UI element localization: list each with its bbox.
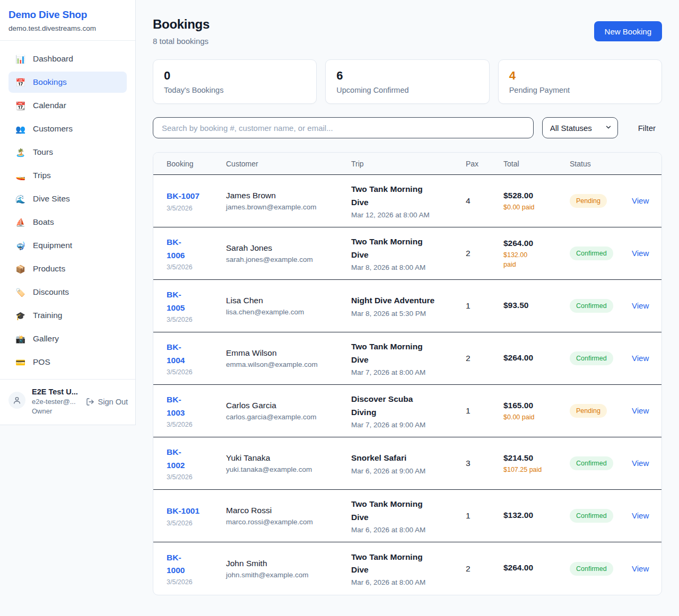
nav-item-label: Gallery xyxy=(33,334,59,344)
trip-datetime: Mar 12, 2026 at 8:00 AM xyxy=(351,211,459,219)
nav-item-label: Dive Sites xyxy=(33,194,70,204)
booking-cell: BK-1001 3/5/2026 xyxy=(167,505,226,526)
customer-name: John Smith xyxy=(226,559,345,568)
filter-button[interactable]: Filter xyxy=(632,119,662,137)
trip-datetime: Mar 6, 2026 at 8:00 AM xyxy=(351,526,459,534)
person-icon xyxy=(13,396,21,404)
customer-cell: Lisa Chen lisa.chen@example.com xyxy=(226,296,351,316)
brand-header: Demo Dive Shop demo.test.divestreams.com xyxy=(0,0,135,41)
customer-name: Lisa Chen xyxy=(226,296,345,305)
status-badge: Pending xyxy=(570,404,607,418)
trip-datetime: Mar 6, 2026 at 9:00 AM xyxy=(351,467,459,475)
search-input[interactable] xyxy=(153,117,534,138)
table-body: BK-1007 3/5/2026 James Brown james.brown… xyxy=(153,175,661,595)
customer-email: lisa.chen@example.com xyxy=(226,308,345,316)
sidebar-nav: 📊 Dashboard 📅 Bookings 📆 Calendar 👥 Cust… xyxy=(0,41,135,379)
booking-id-link[interactable]: BK- 1004 xyxy=(167,341,220,366)
actions-cell: View xyxy=(632,511,655,521)
sidebar-item-calendar[interactable]: 📆 Calendar xyxy=(8,95,127,116)
stat-card-pending-payment: 4 Pending Payment xyxy=(498,59,662,104)
nav-item-icon: ⛵ xyxy=(15,218,25,226)
sidebar-item-dive-sites[interactable]: 🌊 Dive Sites xyxy=(8,188,127,209)
pax-value: 1 xyxy=(466,511,503,521)
trip-datetime: Mar 7, 2026 at 9:00 AM xyxy=(351,421,459,429)
total-cell: $165.00 $0.00 paid xyxy=(503,400,570,423)
booking-cell: BK-1007 3/5/2026 xyxy=(167,190,226,212)
sidebar-item-boats[interactable]: ⛵ Boats xyxy=(8,212,127,233)
sidebar-item-customers[interactable]: 👥 Customers xyxy=(8,118,127,139)
view-link[interactable]: View xyxy=(632,196,649,205)
nav-item-label: Tours xyxy=(33,147,53,157)
sign-out-button[interactable]: Sign Out xyxy=(86,398,128,406)
booking-id-link[interactable]: BK- 1002 xyxy=(167,446,220,471)
booking-date: 3/5/2026 xyxy=(167,316,220,323)
total-amount: $214.50 xyxy=(503,452,563,464)
total-amount: $264.00 xyxy=(503,352,563,364)
customer-name: Yuki Tanaka xyxy=(226,453,345,463)
paid-amount: $0.00 paid xyxy=(503,412,563,422)
actions-cell: View xyxy=(632,406,655,416)
total-amount: $165.00 xyxy=(503,400,563,411)
stat-value: 4 xyxy=(509,69,651,82)
view-link[interactable]: View xyxy=(632,511,649,520)
trip-name: Two Tank Morning Dive xyxy=(351,498,459,523)
view-link[interactable]: View xyxy=(632,406,649,415)
customer-name: James Brown xyxy=(226,191,345,200)
trip-name: Two Tank Morning Dive xyxy=(351,551,459,576)
page-header: Bookings 8 total bookings New Booking xyxy=(153,17,662,46)
booking-id-link[interactable]: BK- 1000 xyxy=(167,551,220,577)
nav-item-label: Discounts xyxy=(33,287,69,297)
sidebar-item-trips[interactable]: 🚤 Trips xyxy=(8,165,127,186)
status-cell: Confirmed xyxy=(570,509,632,523)
sidebar-item-pos[interactable]: 💳 POS xyxy=(8,351,127,373)
sidebar-item-discounts[interactable]: 🏷️ Discounts xyxy=(8,281,127,303)
sidebar-item-bookings[interactable]: 📅 Bookings xyxy=(8,72,127,93)
view-link[interactable]: View xyxy=(632,564,649,573)
sidebar-item-products[interactable]: 📦 Products xyxy=(8,258,127,279)
nav-item-icon: 📅 xyxy=(15,78,25,86)
trip-cell: Two Tank Morning Dive Mar 6, 2026 at 8:0… xyxy=(351,551,466,586)
status-cell: Pending xyxy=(570,404,632,418)
trip-cell: Discover Scuba Diving Mar 7, 2026 at 9:0… xyxy=(351,393,466,428)
nav-item-label: Dashboard xyxy=(33,54,73,64)
nav-item-icon: 👥 xyxy=(15,125,25,133)
shop-domain: demo.test.divestreams.com xyxy=(8,24,127,32)
stat-value: 0 xyxy=(164,69,306,82)
status-select[interactable]: All Statuses xyxy=(542,117,618,138)
paid-amount: $0.00 paid xyxy=(503,203,563,212)
view-link[interactable]: View xyxy=(632,301,649,310)
sidebar-item-tours[interactable]: 🏝️ Tours xyxy=(8,142,127,163)
view-link[interactable]: View xyxy=(632,354,649,363)
sidebar-item-equipment[interactable]: 🤿 Equipment xyxy=(8,235,127,256)
stat-value: 6 xyxy=(336,69,478,82)
booking-id-link[interactable]: BK- 1005 xyxy=(167,288,220,314)
actions-cell: View xyxy=(632,354,655,363)
table-row: BK- 1002 3/5/2026 Yuki Tanaka yuki.tanak… xyxy=(153,437,661,490)
trip-datetime: Mar 6, 2026 at 8:00 AM xyxy=(351,578,459,586)
customer-email: john.smith@example.com xyxy=(226,571,345,579)
table-row: BK-1001 3/5/2026 Marco Rossi marco.rossi… xyxy=(153,490,661,542)
booking-id-link[interactable]: BK- 1006 xyxy=(167,236,220,261)
total-cell: $214.50 $107.25 paid xyxy=(503,452,570,475)
user-section: E2E Test U... e2e-tester@... Owner Sign … xyxy=(0,379,135,425)
sidebar-item-training[interactable]: 🎓 Training xyxy=(8,305,127,326)
view-link[interactable]: View xyxy=(632,249,649,258)
trip-datetime: Mar 7, 2026 at 8:00 AM xyxy=(351,368,459,376)
table-row: BK- 1004 3/5/2026 Emma Wilson emma.wilso… xyxy=(153,332,661,385)
sidebar-item-dashboard[interactable]: 📊 Dashboard xyxy=(8,48,127,69)
booking-id-link[interactable]: BK-1001 xyxy=(167,505,220,517)
table-row: BK- 1003 3/5/2026 Carlos Garcia carlos.g… xyxy=(153,385,661,437)
new-booking-button[interactable]: New Booking xyxy=(594,21,662,41)
total-amount: $93.50 xyxy=(503,300,563,311)
booking-cell: BK- 1003 3/5/2026 xyxy=(167,393,226,428)
table-row: BK-1007 3/5/2026 James Brown james.brown… xyxy=(153,175,661,227)
customer-email: yuki.tanaka@example.com xyxy=(226,465,345,473)
trip-cell: Two Tank Morning Dive Mar 7, 2026 at 8:0… xyxy=(351,340,466,376)
status-cell: Confirmed xyxy=(570,351,632,365)
status-badge: Confirmed xyxy=(570,562,613,576)
view-link[interactable]: View xyxy=(632,459,649,468)
sidebar-item-gallery[interactable]: 📸 Gallery xyxy=(8,328,127,349)
total-amount: $132.00 xyxy=(503,509,563,521)
booking-id-link[interactable]: BK-1007 xyxy=(167,190,220,203)
booking-id-link[interactable]: BK- 1003 xyxy=(167,393,220,419)
